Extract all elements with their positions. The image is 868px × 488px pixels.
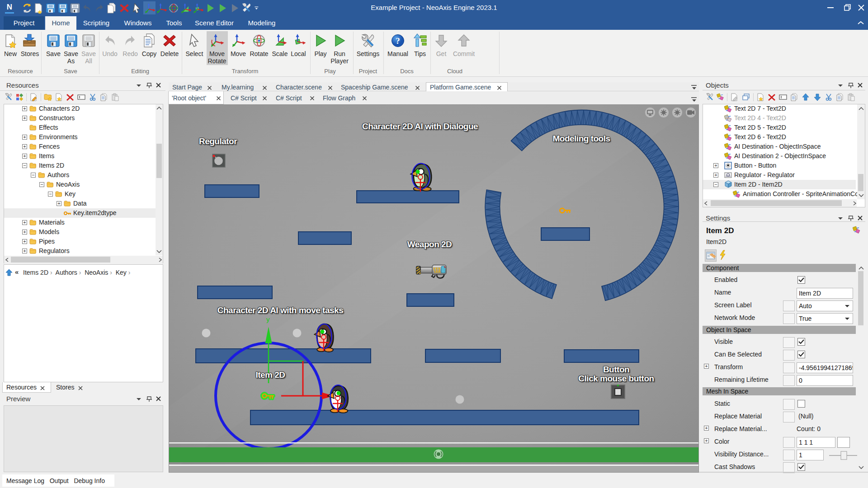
- svg-text:y: y: [266, 315, 270, 323]
- svg-text:?: ?: [396, 36, 400, 46]
